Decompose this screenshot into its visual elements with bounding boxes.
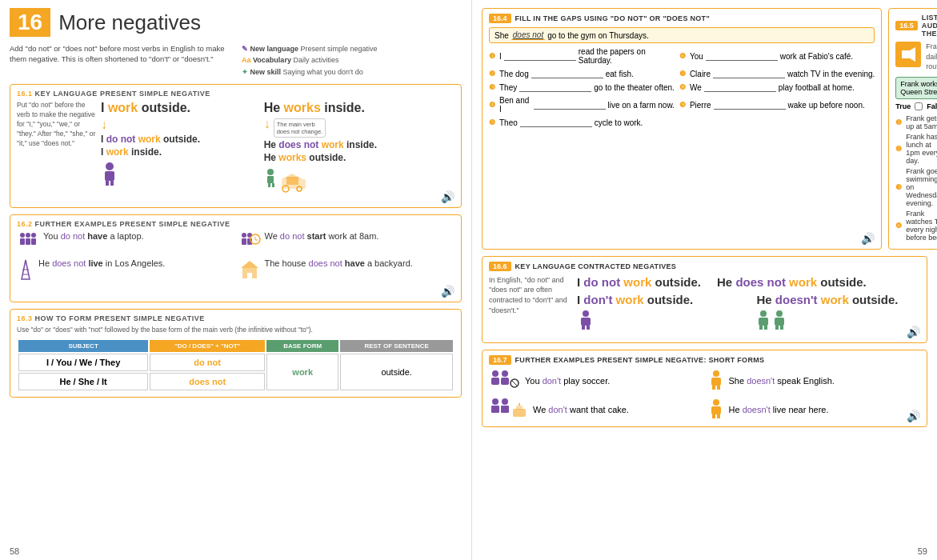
fill-input-1[interactable] xyxy=(504,51,576,61)
fill-input-2[interactable] xyxy=(531,69,603,78)
people-clock-icon xyxy=(238,231,261,254)
section-16-1-title: 16.1 KEY LANGUAGE PRESENT SIMPLE NEGATIV… xyxy=(17,90,454,98)
example-16-7-3: We don't want that cake. xyxy=(489,398,703,422)
section-16-5: 16.5 LISTEN TO THE AUDIO AND ANSWER THE … xyxy=(888,8,937,250)
svg-point-56 xyxy=(492,398,499,405)
audio-button-16-7[interactable]: 🔊 xyxy=(907,410,920,422)
left-page: 16 More negatives Add "do not" or "does … xyxy=(0,0,472,560)
fill-input-3[interactable] xyxy=(519,82,591,92)
section-16-1-note: Put "do not" before the verb to make the… xyxy=(17,101,97,195)
fill-sentence-6: ❻You work at Fabio's café. xyxy=(679,47,875,65)
section-16-7: 16.7 FURTHER EXAMPLES PRESENT SIMPLE NEG… xyxy=(482,350,927,427)
svg-rect-66 xyxy=(717,414,720,418)
page-number-right: 59 xyxy=(918,546,927,556)
fill-input-4[interactable] xyxy=(534,100,606,110)
col-header-subject: SUBJECT xyxy=(18,340,148,352)
chapter-title: More negatives xyxy=(58,10,201,35)
svg-point-17 xyxy=(31,233,36,238)
audio-button-16-1[interactable]: 🔊 xyxy=(441,190,454,203)
fill-sentence-2: ❷The dog eat fish. xyxy=(489,69,675,78)
audio-button-16-2[interactable]: 🔊 xyxy=(441,285,454,298)
person-icon-4 xyxy=(707,398,725,421)
intro-text: Add "do not" or "does not" before most v… xyxy=(10,43,234,73)
page-number-left: 58 xyxy=(10,546,19,556)
row2-do: does not xyxy=(150,373,265,390)
example-16-2-4: The house does not have a backyard. xyxy=(238,258,455,281)
svg-point-58 xyxy=(502,398,508,405)
example-16-7-4: He doesn't live near here. xyxy=(707,398,921,422)
example-16-2-1: You do not have a laptop. xyxy=(17,231,234,254)
svg-rect-39 xyxy=(759,318,768,326)
listen-q2: ❷ Frank has lunch at 1pm every day. True… xyxy=(895,133,937,165)
fill-input-6[interactable] xyxy=(706,51,778,61)
svg-rect-53 xyxy=(711,378,721,386)
section-16-1-left: I work outside. ↓ I do not work outside.… xyxy=(101,101,260,195)
people-icon-1 xyxy=(17,231,39,254)
section-16-3-desc: Use "do" or "does" with "not" followed b… xyxy=(17,326,454,334)
house-icon xyxy=(238,258,261,281)
fill-example: She does not go to the gym on Thursdays. xyxy=(489,27,875,43)
svg-point-34 xyxy=(583,310,589,317)
section-16-6-note: In English, "do not" and "does not" are … xyxy=(489,275,569,315)
example-16-2-3: He does not live in Los Angeles. xyxy=(17,258,234,281)
section-16-5-badge: 16.5 xyxy=(895,21,918,30)
listen-example-answer: Frank works in a store on Queen Street. xyxy=(895,77,937,99)
col-header-do: "DO / DOES" + "NOT" xyxy=(150,340,265,352)
label-skill: ✦ New skill Saying what you don't do xyxy=(242,66,462,78)
svg-rect-3 xyxy=(110,181,114,186)
right-page: 16.4 FILL IN THE GAPS USING "DO NOT" OR … xyxy=(472,0,937,560)
listen-desc: Frank talks about his daily and weekly r… xyxy=(926,42,937,72)
col-header-base: BASE FORM xyxy=(266,340,338,352)
svg-rect-36 xyxy=(582,326,585,330)
section-16-3-title: 16.3 HOW TO FORM PRESENT SIMPLE NEGATIVE xyxy=(17,314,454,322)
svg-rect-31 xyxy=(247,273,252,278)
people-cake-icon xyxy=(489,398,529,422)
svg-rect-37 xyxy=(587,326,590,330)
svg-rect-47 xyxy=(491,378,499,385)
label-new-lang: ✎ New language Present simple negative xyxy=(242,43,462,54)
svg-rect-2 xyxy=(106,181,109,186)
fill-input-7[interactable] xyxy=(713,69,785,78)
svg-rect-59 xyxy=(501,406,509,413)
person-icon-1 xyxy=(101,162,118,186)
svg-marker-33 xyxy=(910,47,915,62)
svg-rect-41 xyxy=(764,326,767,330)
section-16-1: 16.1 KEY LANGUAGE PRESENT SIMPLE NEGATIV… xyxy=(10,84,462,208)
fill-sentence-4: ❹Ben and I live on a farm now. xyxy=(489,96,675,114)
label-vocab: Aa Vocabulary Daily activities xyxy=(242,54,462,66)
fill-sentence-7: ❼Claire watch TV in the evening. xyxy=(679,69,875,78)
section-16-6-sentences: I do not work outside. He does not work … xyxy=(577,275,920,338)
svg-rect-60 xyxy=(513,409,526,417)
section-16-2: 16.2 FURTHER EXAMPLES PRESENT SIMPLE NEG… xyxy=(10,214,462,302)
svg-rect-6 xyxy=(268,183,270,187)
svg-point-4 xyxy=(267,169,274,175)
section-16-4: 16.4 FILL IN THE GAPS USING "DO NOT" OR … xyxy=(482,8,882,250)
audio-button-16-4[interactable]: 🔊 xyxy=(861,232,875,245)
svg-line-51 xyxy=(512,381,517,386)
fill-input-5[interactable] xyxy=(520,118,592,127)
example-16-2-2: We do not start work at 8am. xyxy=(238,231,455,254)
listen-example-true-cb[interactable] xyxy=(915,102,923,110)
svg-rect-49 xyxy=(501,378,509,385)
people-soccer-icon xyxy=(489,369,521,393)
section-16-2-title: 16.2 FURTHER EXAMPLES PRESENT SIMPLE NEG… xyxy=(17,220,454,228)
svg-rect-5 xyxy=(267,176,274,183)
svg-point-15 xyxy=(26,233,30,238)
fill-sentence-8: ❽We play football at home. xyxy=(679,82,875,92)
svg-rect-65 xyxy=(712,414,715,418)
audio-button-16-6[interactable]: 🔊 xyxy=(907,326,920,338)
fill-sentence-3: ❸They go to the theater often. xyxy=(489,82,675,92)
svg-rect-61 xyxy=(516,406,523,410)
svg-point-63 xyxy=(713,399,719,406)
example-16-7-1: You don't play soccer. xyxy=(489,369,703,393)
fill-input-8[interactable] xyxy=(704,82,776,92)
person-icon-3 xyxy=(707,370,725,392)
row2-subject: He / She / It xyxy=(18,373,148,390)
fill-input-9[interactable] xyxy=(714,100,786,110)
svg-rect-16 xyxy=(26,238,30,245)
page-header: 16 More negatives xyxy=(10,8,462,37)
listen-q3: ❸ Frank goes swimming on Wednesday eveni… xyxy=(895,167,937,207)
form-table: SUBJECT "DO / DOES" + "NOT" BASE FORM RE… xyxy=(17,338,454,392)
svg-rect-32 xyxy=(902,50,910,58)
fill-sentence-1: ❶I read the papers on Saturday. xyxy=(489,47,675,65)
